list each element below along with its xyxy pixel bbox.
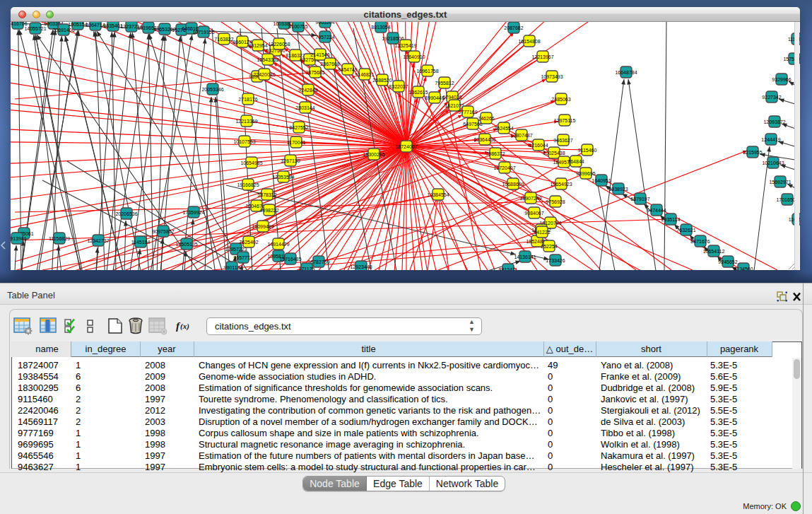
svg-text:2588520: 2588520 <box>372 78 392 83</box>
svg-text:3624554: 3624554 <box>494 126 513 131</box>
svg-text:12093872: 12093872 <box>763 119 785 124</box>
svg-text:16648784: 16648784 <box>615 70 637 75</box>
svg-text:6497568: 6497568 <box>463 122 482 127</box>
svg-text:12213369: 12213369 <box>235 119 257 124</box>
svg-text:6879197: 6879197 <box>630 197 649 201</box>
svg-text:8912954: 8912954 <box>248 43 267 48</box>
svg-text:7163822: 7163822 <box>214 37 233 42</box>
svg-text:7485063: 7485063 <box>551 97 570 102</box>
svg-text:8471676: 8471676 <box>690 239 710 244</box>
svg-text:2935114: 2935114 <box>661 217 681 222</box>
svg-text:10025438: 10025438 <box>543 151 565 156</box>
svg-text:1621072: 1621072 <box>445 103 464 108</box>
svg-text:20364436: 20364436 <box>473 137 495 142</box>
svg-text:871125: 871125 <box>299 267 315 270</box>
svg-text:3215955: 3215955 <box>743 150 762 155</box>
svg-text:14914479: 14914479 <box>267 242 289 247</box>
svg-text:9084067: 9084067 <box>524 211 543 216</box>
svg-text:12342737: 12342737 <box>87 238 109 243</box>
svg-text:18907249: 18907249 <box>519 196 541 201</box>
svg-text:18640910: 18640910 <box>403 54 425 59</box>
svg-text:14055721: 14055721 <box>24 26 46 31</box>
svg-text:2718176: 2718176 <box>238 97 257 102</box>
svg-text:1733426: 1733426 <box>546 258 565 263</box>
svg-text:9474444: 9474444 <box>647 208 666 213</box>
svg-text:9227342: 9227342 <box>762 95 781 100</box>
svg-text:7955812: 7955812 <box>435 81 454 86</box>
svg-text:(x): (x) <box>180 322 189 331</box>
svg-text:9063204: 9063204 <box>315 22 334 25</box>
svg-text:6794028: 6794028 <box>442 95 461 100</box>
svg-text:90975867: 90975867 <box>152 229 174 234</box>
svg-text:1170041: 1170041 <box>287 140 306 145</box>
svg-text:16154808: 16154808 <box>518 39 540 44</box>
svg-text:8427552: 8427552 <box>289 125 308 130</box>
svg-text:20691406: 20691406 <box>52 28 74 33</box>
svg-text:1145194: 1145194 <box>131 240 151 245</box>
svg-text:12505135: 12505135 <box>175 242 197 247</box>
svg-text:19654923: 19654923 <box>550 182 572 187</box>
svg-text:10654985: 10654985 <box>240 160 262 165</box>
svg-text:10807487: 10807487 <box>510 133 532 138</box>
svg-text:1362615: 1362615 <box>408 90 428 95</box>
svg-text:10688609: 10688609 <box>502 182 524 187</box>
svg-text:9115460: 9115460 <box>578 148 597 153</box>
svg-text:9146821: 9146821 <box>355 72 374 77</box>
svg-text:14136141: 14136141 <box>514 255 536 259</box>
svg-text:6216044: 6216044 <box>529 143 548 148</box>
svg-text:7632621: 7632621 <box>676 228 695 233</box>
svg-text:9657771: 9657771 <box>233 255 252 260</box>
svg-text:8100755: 8100755 <box>288 24 307 29</box>
svg-text:1905154: 1905154 <box>68 22 87 27</box>
svg-text:10654112: 10654112 <box>703 249 725 254</box>
svg-text:1640951: 1640951 <box>592 178 611 183</box>
svg-text:3875685: 3875685 <box>305 70 324 75</box>
svg-text:16961758: 16961758 <box>416 69 438 74</box>
svg-text:7986372: 7986372 <box>486 151 505 156</box>
svg-text:19384554: 19384554 <box>427 192 449 197</box>
svg-text:18300295: 18300295 <box>363 152 384 157</box>
svg-text:9242848: 9242848 <box>298 88 317 93</box>
svg-text:15692971: 15692971 <box>769 180 791 185</box>
svg-text:20053346: 20053346 <box>201 87 223 92</box>
svg-text:9245652: 9245652 <box>718 259 737 264</box>
svg-text:7625402: 7625402 <box>239 240 258 245</box>
svg-text:10719155: 10719155 <box>192 30 214 35</box>
svg-text:8454749: 8454749 <box>338 67 357 72</box>
svg-text:9756928: 9756928 <box>546 199 565 204</box>
svg-text:10107553: 10107553 <box>233 139 255 144</box>
svg-text:12975115: 12975115 <box>554 118 576 123</box>
svg-text:8990448: 8990448 <box>425 95 444 100</box>
svg-text:16720407: 16720407 <box>493 165 515 170</box>
svg-text:19166825: 19166825 <box>237 182 259 187</box>
svg-text:17359924: 17359924 <box>182 210 204 215</box>
svg-text:16543362: 16543362 <box>257 57 278 62</box>
svg-text:3267130: 3267130 <box>281 158 300 163</box>
svg-text:1244419: 1244419 <box>761 137 780 142</box>
svg-text:22420046: 22420046 <box>253 72 275 77</box>
svg-text:13325419: 13325419 <box>394 43 416 48</box>
svg-text:8064714: 8064714 <box>86 23 105 28</box>
svg-text:11156829: 11156829 <box>49 236 70 241</box>
svg-text:20206536: 20206536 <box>115 211 137 216</box>
svg-text:9134560: 9134560 <box>734 267 753 270</box>
svg-text:8812411: 8812411 <box>499 267 518 270</box>
svg-text:9899695: 9899695 <box>576 171 595 176</box>
svg-text:9777169: 9777169 <box>458 110 477 115</box>
svg-text:3913941: 3913941 <box>11 236 27 241</box>
svg-text:2867608: 2867608 <box>320 62 339 66</box>
svg-text:18724007: 18724007 <box>395 144 417 149</box>
svg-text:12923448: 12923448 <box>350 264 372 269</box>
svg-text:2087682: 2087682 <box>504 25 523 30</box>
svg-text:8938923: 8938923 <box>608 187 628 192</box>
svg-text:941221: 941221 <box>534 230 550 235</box>
svg-text:10973493: 10973493 <box>541 74 563 79</box>
svg-text:12213967: 12213967 <box>531 54 553 59</box>
svg-text:2141546: 2141546 <box>310 52 329 57</box>
svg-text:8813054: 8813054 <box>371 25 390 30</box>
svg-text:990113: 990113 <box>224 265 240 270</box>
svg-text:10210643: 10210643 <box>762 160 784 165</box>
svg-text:15716485: 15716485 <box>279 257 301 262</box>
svg-text:9463627: 9463627 <box>553 138 572 143</box>
svg-text:764844: 764844 <box>567 159 584 164</box>
